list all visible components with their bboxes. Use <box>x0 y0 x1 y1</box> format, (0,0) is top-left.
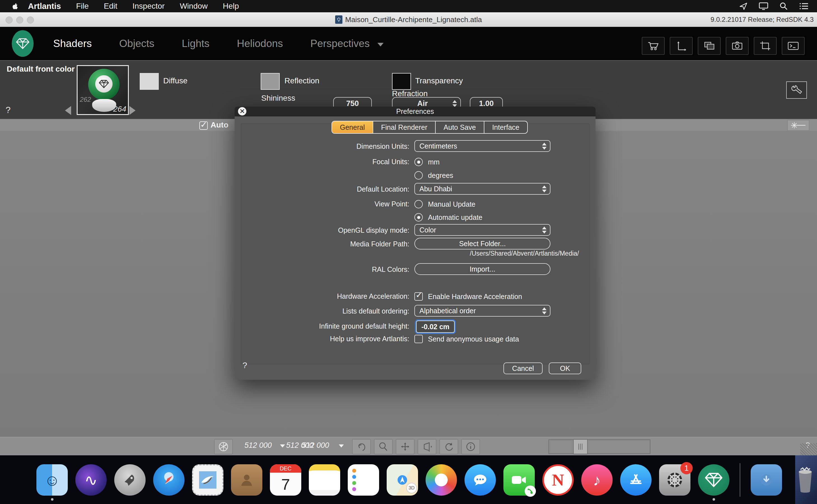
dialog-title-bar[interactable]: Preferences <box>235 107 595 116</box>
transparency-swatch[interactable] <box>392 73 411 90</box>
dock-item-reminders[interactable] <box>348 464 379 496</box>
video-camera-icon <box>511 474 527 486</box>
render-height-overlap-value[interactable]: 512 000 <box>302 441 329 450</box>
resize-grip[interactable] <box>800 443 817 456</box>
send-usage-data-checkbox[interactable]: Send anonymous usage data <box>414 335 519 343</box>
menu-list-icon[interactable] <box>799 2 809 10</box>
view-point-manual-option[interactable]: Manual Update <box>414 200 475 208</box>
laser-tool-button[interactable] <box>787 120 809 131</box>
dock-item-system-preferences[interactable]: 1 <box>659 464 691 496</box>
ral-import-button[interactable]: Import... <box>414 263 550 275</box>
dock-item-messages[interactable] <box>464 464 496 496</box>
window-title-bar: Maison_Curtille-Archipente_Lignatech.atl… <box>0 12 817 27</box>
tab-final-renderer[interactable]: Final Renderer <box>373 121 435 133</box>
focal-units-mm-option[interactable]: mm <box>414 158 440 166</box>
menu-file[interactable]: File <box>76 2 89 11</box>
pan-tool-button[interactable] <box>396 439 414 454</box>
dock-item-contacts[interactable] <box>231 464 262 496</box>
tab-interface[interactable]: Interface <box>484 121 527 133</box>
console-button[interactable] <box>782 37 805 55</box>
dock-item-app-store[interactable] <box>620 464 652 496</box>
tab-general[interactable]: General <box>332 121 373 133</box>
diffuse-swatch[interactable] <box>140 73 159 90</box>
dock-item-downloads[interactable] <box>751 464 782 496</box>
height-dropdown-caret-icon[interactable] <box>339 444 344 448</box>
display-quality-slider[interactable] <box>548 439 651 454</box>
dock-item-launchpad[interactable] <box>114 464 145 496</box>
perspective-tool-button[interactable] <box>418 439 436 454</box>
next-shader-arrow[interactable] <box>129 106 135 115</box>
focal-units-degrees-option[interactable]: degrees <box>414 171 453 180</box>
wrench-icon <box>790 84 803 96</box>
shader-help[interactable]: ? <box>6 105 11 115</box>
radio-selected-icon <box>414 213 423 222</box>
lists-default-ordering-select[interactable]: Alphabetical order <box>414 305 550 317</box>
diffuse-label: Diffuse <box>163 76 187 85</box>
opengl-display-mode-select[interactable]: Color <box>414 224 550 236</box>
dialog-help[interactable]: ? <box>243 361 247 370</box>
cancel-button[interactable]: Cancel <box>503 362 543 374</box>
zoom-tool-button[interactable] <box>374 439 393 454</box>
info-button[interactable] <box>461 439 480 454</box>
render-area-button[interactable] <box>754 37 777 55</box>
dimension-units-select[interactable]: Centimeters <box>414 140 550 152</box>
dialog-close-button[interactable]: ✕ <box>238 107 247 116</box>
dock-item-music[interactable]: ♪ <box>581 464 612 496</box>
shader-settings-button[interactable] <box>786 81 807 99</box>
shop-button[interactable] <box>642 37 665 55</box>
view-point-automatic-option[interactable]: Automatic update <box>414 213 482 222</box>
crop-icon <box>759 40 771 51</box>
dock: ☺ ∿ DEC 7 <box>36 463 817 497</box>
tab-objects[interactable]: Objects <box>119 38 154 50</box>
tab-heliodons[interactable]: Heliodons <box>237 38 283 50</box>
console-icon <box>787 40 799 51</box>
tab-perspectives[interactable]: Perspectives <box>311 38 370 50</box>
refresh-button[interactable] <box>440 439 458 454</box>
slider-thumb[interactable] <box>573 439 588 454</box>
infinite-ground-height-field[interactable] <box>416 321 455 333</box>
tab-auto-save[interactable]: Auto Save <box>435 121 483 133</box>
previous-shader-arrow[interactable] <box>65 106 71 115</box>
undo-button[interactable] <box>352 439 371 454</box>
tab-shaders[interactable]: Shaders <box>53 38 92 50</box>
menu-window[interactable]: Window <box>180 2 208 11</box>
dock-item-safari[interactable] <box>153 464 184 496</box>
display-icon[interactable] <box>759 2 768 10</box>
dock-item-maps[interactable]: 3D <box>387 464 418 496</box>
dock-item-finder[interactable]: ☺ <box>36 464 68 496</box>
default-location-label: Default Location: <box>357 183 409 195</box>
dock-item-facetime[interactable] <box>503 464 535 496</box>
menu-inspector[interactable]: Inspector <box>132 2 164 11</box>
dock-item-siri[interactable]: ∿ <box>75 464 107 496</box>
width-dropdown-caret-icon[interactable] <box>280 444 285 448</box>
coordinates-button[interactable] <box>670 37 693 55</box>
apple-menu[interactable] <box>10 2 21 10</box>
default-location-select[interactable]: Abu Dhabi <box>414 183 550 195</box>
ok-button[interactable]: OK <box>549 362 581 374</box>
perspectives-dropdown-caret-icon[interactable] <box>377 43 384 46</box>
dock-item-notes[interactable] <box>309 464 340 496</box>
dock-item-calendar[interactable]: DEC 7 <box>270 464 301 496</box>
menu-edit[interactable]: Edit <box>104 2 117 11</box>
select-folder-button[interactable]: Select Folder... <box>414 238 550 249</box>
reflection-swatch[interactable] <box>261 73 280 90</box>
search-icon[interactable] <box>780 2 788 10</box>
render-width-value[interactable]: 512 000 <box>245 441 272 450</box>
dock-item-photos[interactable] <box>426 464 457 496</box>
windows-button[interactable] <box>698 37 721 55</box>
menu-help[interactable]: Help <box>223 2 239 11</box>
dock-item-trash[interactable] <box>790 464 817 496</box>
dock-item-mail[interactable] <box>192 464 224 496</box>
aperture-button[interactable] <box>214 439 233 454</box>
menu-app-name[interactable]: Artlantis <box>28 2 61 11</box>
snapshot-button[interactable] <box>726 37 749 55</box>
auto-checkbox[interactable]: ✓ <box>199 121 208 130</box>
dock-item-news[interactable]: N <box>542 464 574 496</box>
shader-preview[interactable]: 262 264 <box>77 65 129 115</box>
dimension-units-label: Dimension Units: <box>356 140 409 152</box>
send-icon[interactable] <box>739 2 748 10</box>
maps-arrow-icon <box>397 474 408 486</box>
hardware-acceleration-checkbox[interactable]: ✓ Enable Hardware Acceleration <box>414 292 522 301</box>
dock-item-artlantis[interactable] <box>698 464 729 496</box>
tab-lights[interactable]: Lights <box>182 38 210 50</box>
